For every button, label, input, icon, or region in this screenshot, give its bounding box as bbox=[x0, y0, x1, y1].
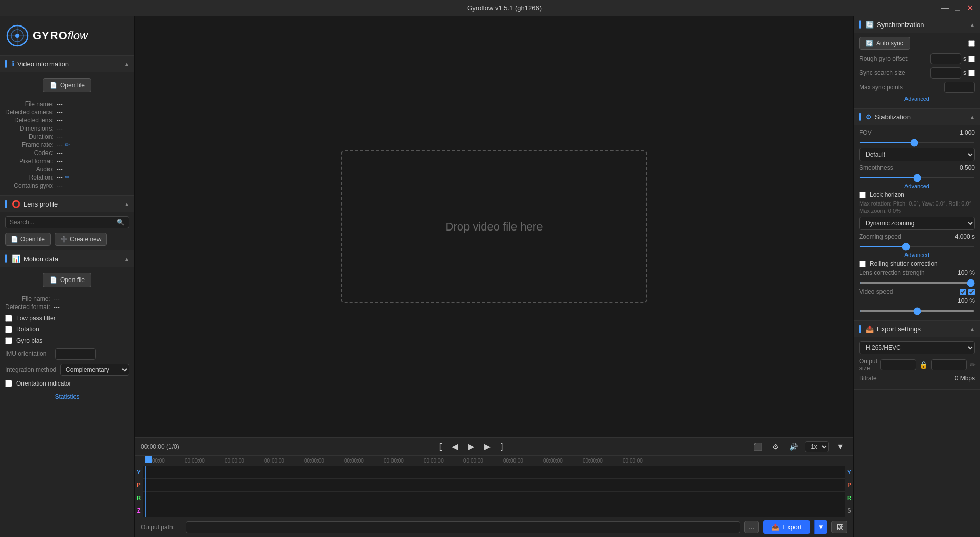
video-speed-checkbox1[interactable] bbox=[960, 289, 966, 295]
rough-gyro-offset-input[interactable]: 0.0 bbox=[930, 53, 961, 64]
play-button[interactable]: ▶ bbox=[465, 441, 477, 452]
gyro-bias-checkbox[interactable] bbox=[5, 337, 12, 344]
speed-select[interactable]: 1x bbox=[805, 441, 829, 452]
stabilization-mode-select[interactable]: Default bbox=[859, 148, 975, 161]
motion-open-file-button[interactable]: 📄 Open file bbox=[43, 273, 91, 287]
sync-search-checkbox[interactable] bbox=[968, 70, 975, 76]
integration-method-select[interactable]: Complementary bbox=[60, 364, 129, 376]
maximize-button[interactable]: □ bbox=[953, 4, 962, 12]
bitrate-label: Bitrate bbox=[859, 375, 877, 382]
close-button[interactable]: ✕ bbox=[966, 4, 974, 12]
zooming-speed-slider[interactable] bbox=[859, 246, 975, 247]
synchronization-header[interactable]: 🔄 Synchronization ▲ bbox=[854, 16, 980, 33]
low-pass-filter-checkbox[interactable] bbox=[5, 315, 12, 322]
mark-out-button[interactable]: ] bbox=[498, 441, 506, 452]
output-width-input[interactable]: 0 bbox=[880, 359, 916, 370]
frame-rate-edit-icon[interactable]: ✏ bbox=[65, 141, 70, 148]
video-speed-checkbox2[interactable] bbox=[968, 289, 975, 295]
rotation-edit-icon[interactable]: ✏ bbox=[65, 174, 70, 181]
drop-zone[interactable]: Drop video file here bbox=[341, 150, 647, 303]
codec-select[interactable]: H.265/HEVC bbox=[859, 341, 975, 354]
rolling-shutter-checkbox[interactable] bbox=[859, 261, 866, 267]
gyroflow-logo-icon bbox=[6, 24, 29, 47]
auto-sync-checkbox[interactable] bbox=[968, 40, 975, 47]
video-open-file-button[interactable]: 📄 Open file bbox=[43, 78, 91, 92]
export-button[interactable]: 📤 Export bbox=[763, 520, 810, 534]
video-info-title: Video information bbox=[17, 60, 69, 68]
video-speed-slider[interactable] bbox=[859, 310, 975, 312]
integration-method-label: Integration method bbox=[5, 366, 56, 373]
sync-search-unit: s bbox=[963, 69, 966, 76]
logo-area: GYRO flow bbox=[0, 16, 134, 55]
mark-in-button[interactable]: [ bbox=[436, 441, 445, 452]
video-info-header[interactable]: ℹ Video information ▲ bbox=[0, 56, 134, 72]
rolling-shutter-row: Rolling shutter correction bbox=[859, 260, 975, 267]
output-height-input[interactable]: 0 bbox=[931, 359, 967, 370]
export-settings-header[interactable]: 📤 Export settings ▲ bbox=[854, 321, 980, 337]
track-label-y: Y bbox=[135, 466, 143, 479]
minimize-button[interactable]: — bbox=[941, 4, 949, 12]
motion-file-name-label: File name: bbox=[5, 295, 51, 302]
stab-advanced-link[interactable]: Advanced bbox=[859, 183, 975, 189]
right-label-s: S bbox=[845, 504, 853, 517]
lens-correction-slider[interactable] bbox=[859, 282, 975, 284]
orientation-indicator-row: Orientation indicator bbox=[5, 378, 129, 389]
more-button[interactable]: ▼ bbox=[833, 441, 847, 452]
export-dropdown-button[interactable]: ▼ bbox=[814, 520, 827, 534]
right-label-r: R bbox=[845, 492, 853, 504]
lens-search-bar[interactable]: 🔍 bbox=[5, 216, 129, 228]
rough-gyro-checkbox[interactable] bbox=[968, 56, 975, 62]
timeline-ruler-offset bbox=[135, 456, 143, 466]
motion-data-header[interactable]: 📊 Motion data ▲ bbox=[0, 250, 134, 267]
step-back-button[interactable]: ◀ bbox=[449, 441, 461, 452]
export-indicator bbox=[859, 325, 861, 333]
right-label-p: P bbox=[845, 479, 853, 492]
dynamic-zooming-select[interactable]: Dynamic zooming bbox=[859, 217, 975, 230]
smoothness-slider[interactable] bbox=[859, 177, 975, 178]
auto-sync-button[interactable]: 🔄 Auto sync bbox=[859, 37, 910, 50]
playback-controls: [ ◀ ▶ ▶ ] bbox=[198, 441, 744, 452]
track-p[interactable] bbox=[143, 479, 845, 492]
lock-horizon-checkbox[interactable] bbox=[859, 192, 866, 198]
fov-slider[interactable] bbox=[859, 142, 975, 143]
sync-indicator bbox=[859, 20, 861, 29]
video-preview-area[interactable]: Drop video file here bbox=[135, 16, 853, 437]
statistics-link[interactable]: Statistics bbox=[5, 393, 129, 400]
imu-orientation-input[interactable]: XYZ bbox=[55, 348, 96, 360]
rotation-checkbox-label: Rotation bbox=[16, 326, 39, 333]
stabilize-icon-button[interactable]: ⬛ bbox=[750, 442, 765, 452]
ruler-mark-1: 00:00:00 bbox=[185, 458, 225, 464]
lens-profile-header[interactable]: ⭕ Lens profile ▲ bbox=[0, 196, 134, 212]
step-forward-button[interactable]: ▶ bbox=[481, 441, 494, 452]
track-y[interactable] bbox=[143, 466, 845, 479]
output-browse-button[interactable]: ... bbox=[744, 521, 759, 533]
track-z[interactable] bbox=[143, 504, 845, 517]
max-sync-points-input[interactable]: 3 bbox=[944, 82, 975, 93]
settings-icon-button[interactable]: ⚙ bbox=[769, 442, 782, 452]
stabilization-header[interactable]: ⚙ Stabilization ▲ bbox=[854, 109, 980, 125]
export-settings-section: 📤 Export settings ▲ H.265/HEVC Output si… bbox=[854, 321, 980, 390]
lens-open-file-button[interactable]: 📄 Open file bbox=[5, 233, 51, 246]
file-name-label: File name: bbox=[5, 100, 54, 108]
track-r[interactable] bbox=[143, 492, 845, 504]
sync-search-size-input[interactable]: 5.0 bbox=[930, 67, 961, 79]
detected-lens-value: --- bbox=[57, 117, 129, 124]
playhead-handle[interactable] bbox=[145, 456, 152, 463]
rotation-checkbox[interactable] bbox=[5, 326, 12, 333]
video-info-grid: File name: --- Detected camera: --- Dete… bbox=[5, 98, 129, 191]
right-label-y: Y bbox=[845, 466, 853, 479]
orientation-indicator-checkbox[interactable] bbox=[5, 380, 12, 387]
stab-indicator bbox=[859, 113, 861, 121]
audio-icon-button[interactable]: 🔊 bbox=[786, 442, 801, 452]
export-frames-button[interactable]: 🖼 bbox=[831, 521, 847, 533]
stab-advanced2-link[interactable]: Advanced bbox=[859, 252, 975, 258]
ruler-mark-9: 00:00:00 bbox=[503, 458, 543, 464]
sync-advanced-link[interactable]: Advanced bbox=[859, 96, 975, 102]
motion-file-icon: 📄 bbox=[50, 276, 57, 284]
motion-data-chevron: ▲ bbox=[124, 256, 129, 262]
lens-create-new-button[interactable]: ➕ Create new bbox=[55, 233, 107, 246]
lens-search-input[interactable] bbox=[10, 219, 117, 226]
lens-profile-chevron: ▲ bbox=[124, 201, 129, 207]
synchronization-section: 🔄 Synchronization ▲ 🔄 Auto sync Rough gy… bbox=[854, 16, 980, 109]
output-path-input[interactable] bbox=[186, 521, 740, 533]
